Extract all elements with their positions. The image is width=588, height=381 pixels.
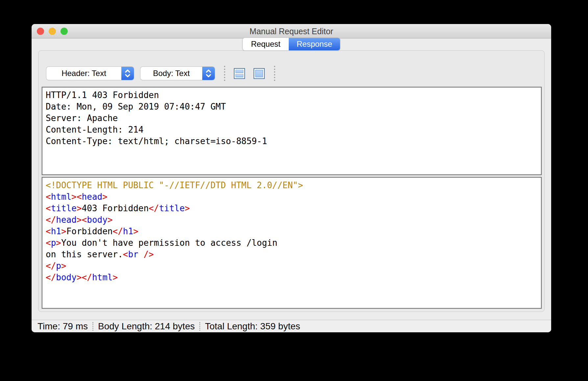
header-line: Content-Type: text/html; charset=iso-885… [46, 136, 538, 147]
code-line: <h1>Forbidden</h1> [46, 226, 538, 237]
code-line: on this server.<br /> [46, 249, 538, 260]
response-panel: Header: Text Body: Text [38, 50, 545, 312]
status-total-length: Total Length: 359 bytes [205, 321, 300, 332]
code-line: </p> [46, 260, 538, 272]
manual-request-editor-window: Manual Request Editor Request Response H… [32, 24, 551, 332]
code-line: <!DOCTYPE HTML PUBLIC "-//IETF//DTD HTML… [46, 180, 538, 191]
header-view-select[interactable]: Header: Text [46, 67, 134, 80]
combined-view-button[interactable] [254, 68, 265, 79]
combined-view-icon [255, 70, 263, 77]
status-separator [199, 322, 200, 331]
body-view-select[interactable]: Body: Text [140, 67, 215, 80]
window-title: Manual Request Editor [32, 24, 551, 38]
toolbar-separator [224, 66, 225, 81]
status-time: Time: 79 ms [37, 321, 88, 332]
request-response-tabs: Request Response [243, 38, 340, 50]
header-line: Date: Mon, 09 Sep 2019 07:40:47 GMT [46, 101, 538, 113]
split-view-button[interactable] [234, 68, 245, 79]
status-body-length: Body Length: 214 bytes [98, 321, 195, 332]
body-view-value: Body: Text [140, 67, 202, 80]
title-bar[interactable]: Manual Request Editor [32, 24, 551, 38]
response-header-pane[interactable]: HTTP/1.1 403 ForbiddenDate: Mon, 09 Sep … [42, 87, 542, 175]
code-line: </body></html> [46, 272, 538, 283]
header-line: HTTP/1.1 403 Forbidden [46, 89, 538, 101]
header-line: Server: Apache [46, 113, 538, 124]
toolbar-separator [274, 66, 275, 81]
status-separator [92, 322, 93, 331]
status-bar: Time: 79 ms Body Length: 214 bytes Total… [32, 320, 551, 332]
tab-response[interactable]: Response [289, 38, 340, 50]
code-line: </head><body> [46, 214, 538, 226]
header-line: Content-Length: 214 [46, 124, 538, 136]
chevron-up-down-icon [121, 67, 134, 80]
chevron-up-down-icon [202, 67, 215, 80]
code-line: <html><head> [46, 191, 538, 203]
header-view-value: Header: Text [46, 67, 121, 80]
code-line: <title>403 Forbidden</title> [46, 203, 538, 214]
split-view-icon [235, 70, 243, 77]
response-body-pane[interactable]: <!DOCTYPE HTML PUBLIC "-//IETF//DTD HTML… [42, 177, 542, 309]
view-toolbar: Header: Text Body: Text [46, 66, 275, 80]
tab-request[interactable]: Request [243, 38, 289, 50]
code-line: <p>You don't have permission to access /… [46, 237, 538, 249]
